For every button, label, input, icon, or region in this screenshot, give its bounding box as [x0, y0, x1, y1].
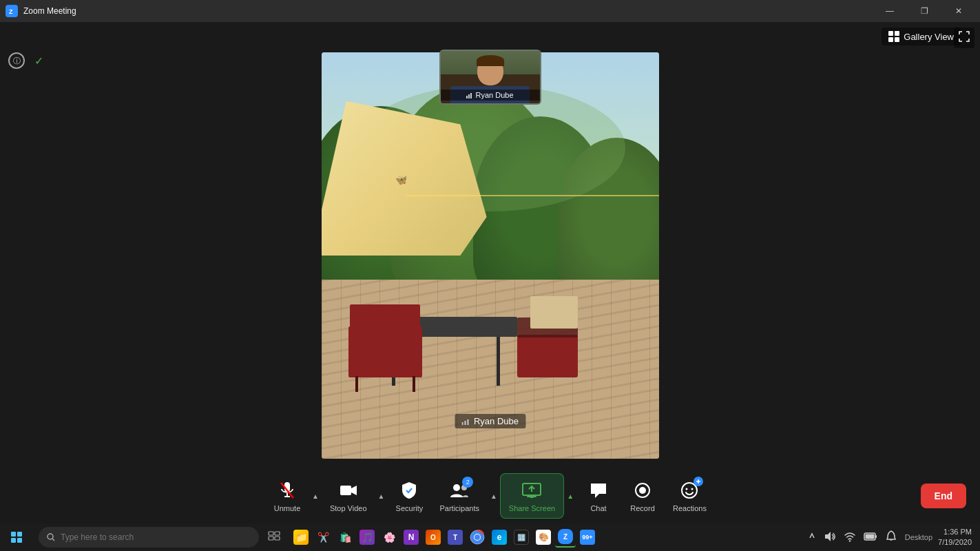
svg-rect-33	[275, 537, 280, 540]
share-screen-button[interactable]: Share Screen	[500, 473, 564, 519]
system-tray: Desktop 1:36 PM 7/19/2020	[806, 527, 980, 548]
stop-video-label: Stop Video	[330, 504, 367, 512]
chat-button[interactable]: Chat	[576, 474, 621, 518]
snipping-tool-icon[interactable]: ✂️	[313, 527, 333, 548]
end-button[interactable]: End	[921, 484, 966, 508]
unmute-button[interactable]: Unmute	[265, 474, 309, 518]
zoom-toolbar: Unmute ▲ Stop Video ▲	[0, 468, 980, 523]
signal-icon	[466, 92, 473, 98]
store-icon[interactable]: 🛍️	[335, 527, 355, 548]
file-explorer-icon[interactable]: 📁	[291, 527, 311, 548]
taskbar-search-bar[interactable]	[39, 527, 259, 548]
svg-line-29	[52, 539, 54, 541]
svg-rect-31	[275, 532, 280, 535]
reactions-plus-badge	[694, 477, 703, 486]
record-button[interactable]: Record	[621, 474, 665, 518]
svg-rect-3	[895, 31, 899, 36]
calculator-icon[interactable]: 🔢	[511, 527, 532, 548]
toolbar-items: Unmute ▲ Stop Video ▲	[11, 473, 969, 519]
office-img: O	[426, 530, 441, 545]
notification-icon[interactable]	[883, 529, 899, 546]
security-icon-area	[398, 479, 420, 501]
title-bar: Z Zoom Meeting — ❐ ✕	[0, 0, 980, 22]
signal-bars-icon	[461, 418, 470, 425]
svg-point-22	[639, 487, 646, 494]
share-screen-chevron[interactable]: ▲	[564, 487, 576, 506]
maximize-button[interactable]: ❐	[908, 0, 940, 22]
office-icon[interactable]: O	[423, 527, 444, 548]
chat-label: Chat	[590, 504, 606, 512]
reactions-button[interactable]: Reactions	[665, 474, 715, 518]
participants-icon-area: 2	[448, 479, 470, 501]
participants-button[interactable]: 2 Participants	[431, 474, 487, 518]
svg-point-28	[48, 534, 53, 539]
battery-status-icon	[864, 532, 877, 541]
svg-rect-16	[340, 486, 351, 495]
search-input[interactable]	[61, 532, 251, 542]
svg-rect-4	[888, 37, 893, 42]
task-view-button[interactable]	[262, 525, 286, 550]
time-display: 1:36 PM	[938, 527, 972, 537]
shield-verified-icon: ✓	[30, 52, 47, 69]
svg-point-24	[686, 488, 688, 490]
volume-icon[interactable]	[821, 530, 839, 545]
minimize-button[interactable]: —	[874, 0, 906, 22]
unmute-chevron[interactable]: ▲	[309, 487, 322, 506]
edge-img: e	[492, 530, 507, 545]
security-button[interactable]: Security	[387, 474, 431, 518]
fullscreen-icon	[959, 31, 970, 42]
show-hidden-icons-button[interactable]	[806, 530, 818, 545]
deck-scene: 🦋	[322, 52, 659, 459]
main-speaker-label: Ryan Dube	[455, 414, 525, 428]
security-label: Security	[396, 504, 424, 512]
chat-icon	[590, 482, 607, 499]
desktop-label[interactable]: Desktop	[902, 532, 935, 543]
taskbar-apps: 📁 ✂️ 🛍️ 🎵 🌸 N	[286, 523, 602, 551]
groove-music-icon[interactable]: 🎵	[357, 527, 377, 548]
title-bar-controls: — ❐ ✕	[874, 0, 974, 22]
video-chevron[interactable]: ▲	[375, 487, 388, 506]
edge-icon[interactable]: e	[489, 527, 510, 548]
teams-icon[interactable]: T	[445, 527, 466, 548]
chevron-up-icon	[809, 531, 815, 542]
record-icon	[634, 481, 651, 499]
zoom-taskbar-icon[interactable]: Z	[555, 527, 576, 548]
paint3d-icon[interactable]: 🎨	[533, 527, 554, 548]
onenote-icon[interactable]: N	[401, 527, 421, 548]
share-screen-icon-area	[521, 479, 543, 501]
mic-icon	[280, 481, 295, 499]
record-label: Record	[630, 504, 654, 512]
security-icon	[402, 481, 417, 499]
participants-chevron[interactable]: ▲	[488, 487, 500, 506]
svg-rect-2	[888, 31, 893, 36]
gallery-view-button[interactable]: Gallery View	[882, 28, 961, 45]
svg-rect-41	[865, 534, 874, 539]
system-clock[interactable]: 1:36 PM 7/19/2020	[938, 527, 972, 548]
info-icon[interactable]: ⓘ	[8, 52, 25, 69]
svg-point-17	[453, 484, 460, 491]
date-display: 7/19/2020	[938, 537, 972, 548]
photos-icon[interactable]: 🌸	[379, 527, 399, 548]
notification-bell-icon	[886, 530, 897, 543]
chrome-icon[interactable]	[467, 527, 488, 548]
participant-video-ryan: Ryan Dube	[439, 50, 541, 105]
svg-rect-5	[895, 37, 899, 42]
fullscreen-button[interactable]	[954, 28, 974, 48]
snipping-img: ✂️	[315, 530, 331, 545]
participants-group: 2 Participants ▲	[431, 474, 499, 518]
zoom-camera-badge[interactable]: 99+	[577, 527, 598, 548]
network-icon[interactable]	[842, 530, 858, 545]
battery-icon[interactable]	[861, 530, 880, 545]
stop-video-button[interactable]: Stop Video	[322, 474, 375, 518]
svg-point-25	[691, 488, 694, 490]
close-button[interactable]: ✕	[943, 0, 974, 22]
video-icon-area	[337, 479, 359, 501]
svg-point-37	[475, 534, 480, 540]
unmute-label: Unmute	[274, 504, 301, 512]
top-left-icons: ⓘ ✓	[8, 52, 47, 69]
windows-start-button[interactable]	[0, 523, 33, 551]
zoom-camera-img: 99+	[580, 530, 595, 545]
svg-rect-40	[875, 535, 877, 538]
wifi-icon	[844, 531, 855, 542]
plus-icon	[696, 479, 701, 484]
